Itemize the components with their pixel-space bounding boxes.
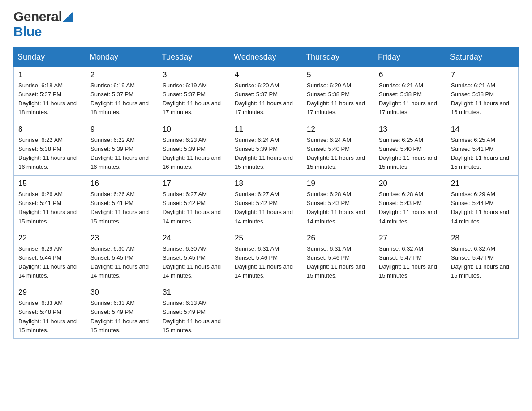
day-number: 4 — [235, 70, 297, 79]
day-number: 13 — [379, 125, 442, 134]
calendar-header-monday: Monday — [86, 48, 158, 67]
day-info: Sunrise: 6:27 AMSunset: 5:42 PMDaylight:… — [163, 190, 225, 226]
calendar-cell: 2Sunrise: 6:19 AMSunset: 5:37 PMDaylight… — [86, 67, 158, 121]
day-info: Sunrise: 6:18 AMSunset: 5:37 PMDaylight:… — [18, 81, 81, 117]
day-number: 17 — [163, 179, 225, 188]
day-number: 3 — [163, 70, 225, 79]
calendar-cell: 15Sunrise: 6:26 AMSunset: 5:41 PMDayligh… — [14, 176, 86, 230]
day-number: 27 — [379, 234, 442, 243]
calendar-cell: 21Sunrise: 6:29 AMSunset: 5:44 PMDayligh… — [446, 176, 519, 230]
calendar-cell: 7Sunrise: 6:21 AMSunset: 5:38 PMDaylight… — [446, 67, 519, 121]
calendar-cell: 29Sunrise: 6:33 AMSunset: 5:48 PMDayligh… — [14, 284, 86, 339]
calendar-cell — [446, 284, 519, 339]
calendar-cell: 22Sunrise: 6:29 AMSunset: 5:44 PMDayligh… — [14, 230, 86, 284]
day-number: 2 — [90, 70, 153, 79]
day-info: Sunrise: 6:25 AMSunset: 5:40 PMDaylight:… — [379, 136, 442, 172]
calendar-cell: 6Sunrise: 6:21 AMSunset: 5:38 PMDaylight… — [374, 67, 446, 121]
calendar-header-thursday: Thursday — [302, 48, 374, 67]
day-number: 26 — [307, 234, 369, 243]
day-info: Sunrise: 6:21 AMSunset: 5:38 PMDaylight:… — [451, 81, 514, 117]
calendar-cell: 25Sunrise: 6:31 AMSunset: 5:46 PMDayligh… — [230, 230, 302, 284]
calendar-cell: 3Sunrise: 6:19 AMSunset: 5:37 PMDaylight… — [158, 67, 230, 121]
calendar-cell: 28Sunrise: 6:32 AMSunset: 5:47 PMDayligh… — [446, 230, 519, 284]
calendar-cell — [302, 284, 374, 339]
calendar-cell: 9Sunrise: 6:22 AMSunset: 5:39 PMDaylight… — [86, 121, 158, 176]
day-number: 12 — [307, 125, 369, 134]
calendar-cell: 19Sunrise: 6:28 AMSunset: 5:43 PMDayligh… — [302, 176, 374, 230]
logo: General Blue — [13, 9, 73, 39]
svg-marker-0 — [63, 12, 73, 22]
calendar-cell: 27Sunrise: 6:32 AMSunset: 5:47 PMDayligh… — [374, 230, 446, 284]
calendar-cell — [230, 284, 302, 339]
day-info: Sunrise: 6:32 AMSunset: 5:47 PMDaylight:… — [379, 244, 442, 281]
day-number: 15 — [18, 179, 81, 188]
day-number: 31 — [163, 288, 225, 297]
day-info: Sunrise: 6:33 AMSunset: 5:48 PMDaylight:… — [18, 299, 81, 335]
day-info: Sunrise: 6:24 AMSunset: 5:39 PMDaylight:… — [235, 136, 297, 172]
calendar-header-tuesday: Tuesday — [158, 48, 230, 67]
calendar-cell: 20Sunrise: 6:28 AMSunset: 5:43 PMDayligh… — [374, 176, 446, 230]
day-info: Sunrise: 6:26 AMSunset: 5:41 PMDaylight:… — [90, 190, 153, 226]
day-info: Sunrise: 6:19 AMSunset: 5:37 PMDaylight:… — [163, 81, 225, 117]
day-info: Sunrise: 6:20 AMSunset: 5:38 PMDaylight:… — [307, 81, 369, 117]
day-number: 21 — [451, 179, 514, 188]
day-number: 20 — [379, 179, 442, 188]
calendar-cell: 18Sunrise: 6:27 AMSunset: 5:42 PMDayligh… — [230, 176, 302, 230]
logo-arrow-icon — [63, 12, 73, 22]
day-info: Sunrise: 6:24 AMSunset: 5:40 PMDaylight:… — [307, 136, 369, 172]
day-number: 19 — [307, 179, 369, 188]
day-info: Sunrise: 6:22 AMSunset: 5:38 PMDaylight:… — [18, 136, 81, 172]
day-number: 7 — [451, 70, 514, 79]
day-number: 8 — [18, 125, 81, 134]
day-info: Sunrise: 6:28 AMSunset: 5:43 PMDaylight:… — [379, 190, 442, 226]
calendar-header-wednesday: Wednesday — [230, 48, 302, 67]
day-info: Sunrise: 6:30 AMSunset: 5:45 PMDaylight:… — [163, 244, 225, 281]
day-number: 22 — [18, 234, 81, 243]
day-info: Sunrise: 6:31 AMSunset: 5:46 PMDaylight:… — [235, 244, 297, 281]
calendar-cell: 10Sunrise: 6:23 AMSunset: 5:39 PMDayligh… — [158, 121, 230, 176]
day-number: 11 — [235, 125, 297, 134]
day-info: Sunrise: 6:22 AMSunset: 5:39 PMDaylight:… — [90, 136, 153, 172]
page-header: General Blue — [13, 9, 519, 39]
calendar-cell: 31Sunrise: 6:33 AMSunset: 5:49 PMDayligh… — [158, 284, 230, 339]
calendar-cell: 1Sunrise: 6:18 AMSunset: 5:37 PMDaylight… — [14, 67, 86, 121]
calendar-table: SundayMondayTuesdayWednesdayThursdayFrid… — [13, 47, 519, 339]
day-number: 16 — [90, 179, 153, 188]
calendar-week-row: 29Sunrise: 6:33 AMSunset: 5:48 PMDayligh… — [14, 284, 519, 339]
calendar-cell: 13Sunrise: 6:25 AMSunset: 5:40 PMDayligh… — [374, 121, 446, 176]
calendar-cell: 8Sunrise: 6:22 AMSunset: 5:38 PMDaylight… — [14, 121, 86, 176]
calendar-cell: 23Sunrise: 6:30 AMSunset: 5:45 PMDayligh… — [86, 230, 158, 284]
calendar-cell: 30Sunrise: 6:33 AMSunset: 5:49 PMDayligh… — [86, 284, 158, 339]
day-info: Sunrise: 6:21 AMSunset: 5:38 PMDaylight:… — [379, 81, 442, 117]
logo-blue-text: Blue — [13, 24, 42, 39]
calendar-cell: 12Sunrise: 6:24 AMSunset: 5:40 PMDayligh… — [302, 121, 374, 176]
day-number: 24 — [163, 234, 225, 243]
calendar-cell: 24Sunrise: 6:30 AMSunset: 5:45 PMDayligh… — [158, 230, 230, 284]
calendar-cell: 4Sunrise: 6:20 AMSunset: 5:37 PMDaylight… — [230, 67, 302, 121]
day-number: 23 — [90, 234, 153, 243]
day-info: Sunrise: 6:23 AMSunset: 5:39 PMDaylight:… — [163, 136, 225, 172]
day-number: 10 — [163, 125, 225, 134]
day-number: 14 — [451, 125, 514, 134]
logo-general-text: General — [13, 9, 62, 24]
day-info: Sunrise: 6:29 AMSunset: 5:44 PMDaylight:… — [451, 190, 514, 226]
calendar-week-row: 1Sunrise: 6:18 AMSunset: 5:37 PMDaylight… — [14, 67, 519, 121]
calendar-cell — [374, 284, 446, 339]
calendar-cell: 14Sunrise: 6:25 AMSunset: 5:41 PMDayligh… — [446, 121, 519, 176]
day-info: Sunrise: 6:29 AMSunset: 5:44 PMDaylight:… — [18, 244, 81, 281]
calendar-cell: 26Sunrise: 6:31 AMSunset: 5:46 PMDayligh… — [302, 230, 374, 284]
calendar-cell: 17Sunrise: 6:27 AMSunset: 5:42 PMDayligh… — [158, 176, 230, 230]
day-number: 9 — [90, 125, 153, 134]
day-number: 29 — [18, 288, 81, 297]
day-info: Sunrise: 6:30 AMSunset: 5:45 PMDaylight:… — [90, 244, 153, 281]
day-number: 6 — [379, 70, 442, 79]
calendar-header-sunday: Sunday — [14, 48, 86, 67]
calendar-week-row: 8Sunrise: 6:22 AMSunset: 5:38 PMDaylight… — [14, 121, 519, 176]
calendar-header-row: SundayMondayTuesdayWednesdayThursdayFrid… — [14, 48, 519, 67]
day-number: 25 — [235, 234, 297, 243]
calendar-week-row: 15Sunrise: 6:26 AMSunset: 5:41 PMDayligh… — [14, 176, 519, 230]
day-info: Sunrise: 6:31 AMSunset: 5:46 PMDaylight:… — [307, 244, 369, 281]
day-number: 30 — [90, 288, 153, 297]
day-info: Sunrise: 6:20 AMSunset: 5:37 PMDaylight:… — [235, 81, 297, 117]
calendar-header-friday: Friday — [374, 48, 446, 67]
